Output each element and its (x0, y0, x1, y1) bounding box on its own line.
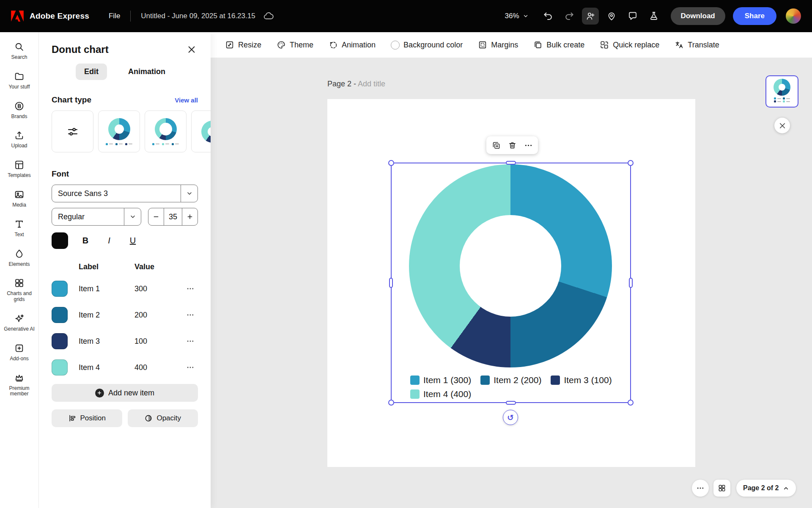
legend-label: Item 1 (300) (423, 375, 471, 385)
invite-collaborators-button[interactable] (582, 8, 599, 25)
more-options-button[interactable] (521, 138, 536, 153)
close-panel-button[interactable] (185, 43, 198, 56)
sidebar-item-add-ons[interactable]: Add-ons (0, 340, 38, 364)
theme-button[interactable]: Theme (277, 40, 313, 50)
page-navigator-button[interactable]: Page 2 of 2 (736, 480, 796, 497)
sidebar-item-your-stuff[interactable]: Your stuff (0, 69, 38, 93)
add-new-item-button[interactable]: Add new item (52, 384, 198, 402)
chart-style-donut-thick[interactable] (145, 110, 187, 152)
table-row: Item 4 400 (52, 354, 198, 381)
sidebar-item-media[interactable]: Media (0, 187, 38, 211)
duplicate-button[interactable] (488, 138, 504, 153)
canvas-more-button[interactable] (692, 480, 709, 497)
toolbar-item-label: Margins (491, 41, 518, 50)
share-button[interactable]: Share (733, 7, 776, 25)
opacity-button[interactable]: Opacity (128, 409, 198, 427)
item-value[interactable]: 100 (134, 337, 181, 346)
item-label[interactable]: Item 4 (79, 363, 134, 372)
resize-handle-bottom-left[interactable] (388, 400, 394, 406)
redo-button[interactable] (561, 8, 578, 25)
item-options-button[interactable] (183, 360, 198, 375)
item-options-button[interactable] (183, 307, 198, 323)
more-options-icon (696, 484, 705, 492)
item-value[interactable]: 300 (134, 284, 181, 293)
tab-edit[interactable]: Edit (76, 64, 107, 80)
page-grid-view-button[interactable] (713, 480, 730, 497)
map-pin-icon (606, 11, 617, 21)
position-button[interactable]: Position (52, 409, 122, 427)
item-options-button[interactable] (183, 281, 198, 296)
item-value[interactable]: 200 (134, 311, 181, 320)
sidebar-item-label: Generative AI (4, 326, 35, 332)
item-value[interactable]: 400 (134, 363, 181, 372)
document-title[interactable]: Untitled - June 09, 2025 at 16.23.15 (141, 12, 255, 20)
download-button[interactable]: Download (671, 7, 725, 25)
resize-handle-left[interactable] (389, 278, 393, 288)
file-menu[interactable]: File (109, 12, 120, 20)
text-color-swatch[interactable] (52, 232, 68, 249)
rotate-handle[interactable]: ↺ (503, 410, 518, 425)
bold-button[interactable]: B (79, 234, 92, 248)
view-all-link[interactable]: View all (175, 97, 198, 104)
deselect-close-button[interactable] (774, 118, 790, 133)
tab-animation[interactable]: Animation (120, 64, 174, 80)
increase-font-size-button[interactable] (182, 208, 198, 225)
resize-button[interactable]: Resize (225, 40, 261, 50)
item-label[interactable]: Item 3 (79, 337, 134, 346)
location-pin-button[interactable] (603, 8, 620, 25)
resize-handle-bottom[interactable] (506, 401, 516, 405)
quick-replace-button[interactable]: Quick replace (600, 40, 659, 50)
underline-button[interactable]: U (126, 234, 139, 248)
sidebar-item-elements[interactable]: Elements (0, 246, 38, 270)
item-label[interactable]: Item 2 (79, 311, 134, 320)
sidebar-item-text[interactable]: Text (0, 216, 38, 240)
decrease-font-size-button[interactable] (148, 208, 164, 225)
artboard-page-2[interactable]: Item 1 (300) Item 2 (200) Item 3 (100) I… (327, 99, 695, 467)
font-weight-select[interactable]: Regular (52, 208, 141, 226)
canvas-area[interactable]: Page 2 - Add title Item 1 (300) Item 2 (… (211, 58, 812, 508)
chart-style-donut-more[interactable] (191, 110, 211, 152)
translate-button[interactable]: Translate (675, 40, 719, 50)
item-color-swatch[interactable] (52, 281, 68, 297)
background-color-button[interactable]: Background color (391, 41, 463, 50)
sidebar-item-generative-ai[interactable]: Generative AI (0, 311, 38, 335)
page-title-placeholder[interactable]: Add title (358, 80, 385, 88)
zoom-level: 36% (505, 12, 519, 20)
chart-style-donut-thin[interactable] (98, 110, 140, 152)
donut-chart[interactable] (409, 164, 612, 367)
zoom-control[interactable]: 36% (502, 9, 532, 23)
italic-button[interactable]: I (103, 234, 115, 248)
resize-handle-top-right[interactable] (628, 160, 634, 166)
sidebar-item-brands[interactable]: Brands (0, 98, 38, 122)
sidebar-item-premium-member[interactable]: Premium member (0, 370, 38, 400)
sidebar-item-search[interactable]: Search (0, 39, 38, 63)
item-color-swatch[interactable] (52, 359, 68, 375)
margins-button[interactable]: Margins (478, 40, 518, 50)
adobe-logo[interactable] (11, 11, 24, 22)
item-color-swatch[interactable] (52, 333, 68, 349)
account-avatar[interactable] (786, 8, 801, 24)
media-icon (14, 189, 25, 200)
sidebar-item-label: Templates (8, 173, 31, 179)
labs-button[interactable] (645, 8, 662, 25)
cloud-sync-icon[interactable] (263, 11, 274, 22)
undo-button[interactable] (540, 8, 557, 25)
sidebar-item-charts-and-grids[interactable]: Charts and grids (0, 275, 38, 305)
font-family-select[interactable]: Source Sans 3 (52, 185, 198, 202)
item-label[interactable]: Item 1 (79, 284, 134, 293)
more-options-icon (186, 337, 195, 345)
comments-button[interactable] (624, 8, 641, 25)
bulk-create-button[interactable]: Bulk create (533, 40, 584, 50)
sidebar-item-upload[interactable]: Upload (0, 127, 38, 152)
chart-style-customize[interactable] (52, 110, 93, 152)
item-options-button[interactable] (183, 334, 198, 349)
sidebar-item-templates[interactable]: Templates (0, 157, 38, 181)
resize-handle-bottom-right[interactable] (628, 400, 634, 406)
page-2-thumbnail[interactable] (765, 75, 798, 108)
font-size-value[interactable]: 35 (164, 208, 182, 225)
animation-button[interactable]: Animation (329, 40, 376, 50)
resize-handle-right[interactable] (629, 278, 633, 288)
item-color-swatch[interactable] (52, 307, 68, 323)
delete-button[interactable] (505, 138, 520, 153)
resize-handle-top-left[interactable] (388, 160, 394, 166)
